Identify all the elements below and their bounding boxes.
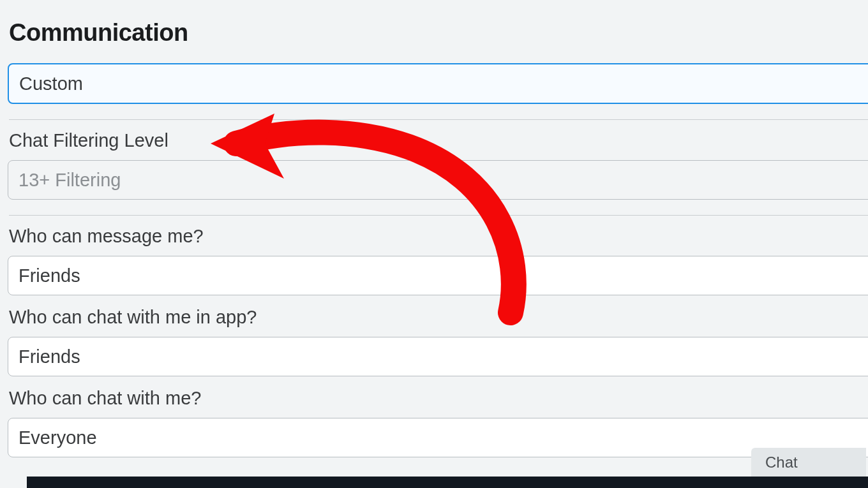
- chat-filtering-dropdown[interactable]: 13+ Filtering: [8, 160, 868, 200]
- divider: [9, 119, 868, 120]
- who-chat-in-app-dropdown[interactable]: Friends: [8, 337, 868, 376]
- who-chat-in-app-value: Friends: [19, 346, 80, 367]
- who-chat-dropdown[interactable]: Everyone: [8, 418, 868, 457]
- chat-filtering-value: 13+ Filtering: [19, 170, 121, 191]
- chat-filtering-label: Chat Filtering Level: [9, 130, 868, 151]
- communication-mode-dropdown[interactable]: Custom: [8, 63, 868, 104]
- communication-mode-value: Custom: [19, 73, 83, 94]
- chat-tab-label: Chat: [765, 454, 798, 471]
- who-message-dropdown[interactable]: Friends: [8, 256, 868, 295]
- who-chat-value: Everyone: [19, 427, 97, 448]
- bottom-bar: [27, 477, 868, 488]
- section-title-communication: Communication: [9, 19, 868, 47]
- communication-settings-panel: Communication Custom Chat Filtering Leve…: [0, 0, 868, 488]
- who-chat-in-app-label: Who can chat with me in app?: [9, 307, 868, 328]
- who-message-label: Who can message me?: [9, 226, 868, 247]
- divider: [9, 215, 868, 216]
- who-chat-label: Who can chat with me?: [9, 388, 868, 409]
- who-message-value: Friends: [19, 265, 80, 286]
- chat-tab[interactable]: Chat: [751, 448, 866, 477]
